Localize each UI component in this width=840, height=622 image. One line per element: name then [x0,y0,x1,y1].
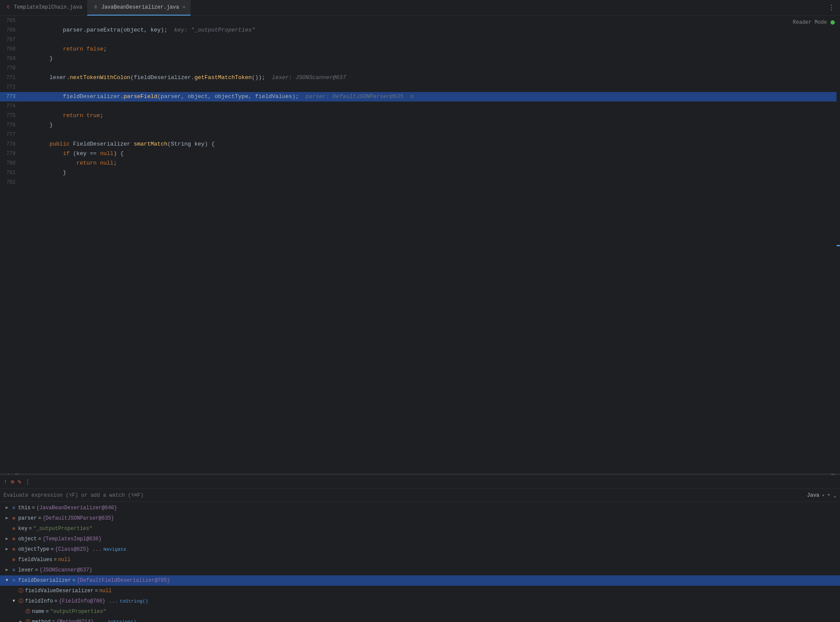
code-line-772: 772 [0,83,840,92]
tab-javabeandeserializer[interactable]: © JavaBeanDeserializer.java × [87,0,191,16]
line-content-780: return null; [21,159,840,168]
var-row-fieldvaluedeserializer[interactable]: ⓘ fieldValueDeserializer = null [0,586,840,596]
var-icon-fieldinfo: ⓘ [17,597,24,606]
var-link-objecttype[interactable]: Navigate [103,545,126,554]
var-icon-fielddeserializer: ≡ [10,576,17,585]
var-link-fieldinfo[interactable]: toString() [120,597,148,606]
var-value-parser: {DefaultJSONParser@635} [42,514,114,523]
tab-icon-1: © [5,4,11,10]
line-number-772: 772 [0,83,21,92]
line-content-779: if (key == null) { [21,149,840,159]
var-expand-fielddeserializer[interactable]: ▼ [3,576,10,585]
var-eq-objecttype: = [51,545,54,554]
line-number-778: 778 [0,140,21,149]
tab-close-button[interactable]: × [182,5,185,10]
debug-eval-language[interactable]: Java [807,492,820,498]
line-content-776: } [21,121,840,130]
var-name-objecttype: objectType [18,545,49,554]
code-line-774: 774 [0,102,840,111]
var-row-fieldvalues[interactable]: ⊙ fieldValues = null [0,555,840,565]
var-name-key: key [18,524,28,533]
var-row-name[interactable]: ⓕ name = "outputProperties" [0,606,840,617]
var-name-fielddeserializer: fieldDeserializer [18,576,71,585]
var-value-method: {Method@714} ... [56,617,106,622]
minimap-highlight [837,245,840,246]
var-row-objecttype[interactable]: ▶ ⊙ objectType = {Class@625} ... Navigat… [0,544,840,555]
code-editor[interactable]: 765 766 parser.parseExtra(object, key); … [0,16,840,473]
var-name-fieldinfo: fieldInfo [25,597,53,606]
tab-label-2: JavaBeanDeserializer.java [101,4,179,10]
var-expand-objecttype[interactable]: ▶ [3,545,10,554]
code-line-765: 765 [0,16,840,25]
line-number-782: 782 [0,178,21,187]
debug-eval-add-button[interactable]: + [827,492,830,498]
var-eq-name: = [46,607,49,616]
code-line-779: 779 if (key == null) { [0,149,840,159]
debug-panel: ↑ ⊗ ✎ ⋮ Java ▾ + ⌄ ▶ ≡ this = {JavaBeanD… [0,475,840,622]
line-number-767: 767 [0,35,21,44]
var-expand-method[interactable]: ▶ [17,617,24,622]
var-expand-fieldinfo[interactable]: ▼ [10,597,17,606]
debug-more-icon[interactable]: ⋮ [25,478,31,486]
var-eq-parser: = [38,514,41,523]
var-row-object[interactable]: ▶ ⊙ object = {TemplatesImpl@636} [0,534,840,544]
tab-bar-menu-icon[interactable]: ⋮ [828,3,840,12]
editor-right-scrollbar[interactable] [837,16,840,473]
code-line-770: 770 [0,63,840,73]
line-number-775: 775 [0,111,21,121]
code-line-769: 769 } [0,54,840,63]
var-expand-this[interactable]: ▶ [3,503,10,513]
debug-stop-icon[interactable]: ⊗ [10,478,14,486]
var-value-objecttype: {Class@625} ... [55,545,102,554]
debug-toolbar: ↑ ⊗ ✎ ⋮ [0,475,840,489]
line-number-766: 766 [0,25,21,35]
var-icon-key: ⊙ [10,524,17,533]
var-icon-fieldvaluedeserializer: ⓘ [17,586,24,596]
editor-top-bar: Reader Mode [788,16,840,29]
var-link-method[interactable]: toString() [108,617,137,622]
var-icon-object: ⊙ [10,534,17,544]
var-row-method[interactable]: ▶ ⓕ method = {Method@714} ... toString() [0,617,840,622]
var-value-fielddeserializer: {DefaultFieldDeserializer@705} [77,576,170,585]
var-eq-this: = [32,503,35,513]
code-line-771: 771 lexer.nextTokenWithColon(fieldDeseri… [0,73,840,83]
var-name-name: name [32,607,45,616]
var-row-key[interactable]: ⊙ key = "_outputProperties" [0,524,840,534]
var-value-this: {JavaBeanDeserializer@640} [36,503,117,513]
debug-up-icon[interactable]: ↑ [3,479,7,486]
var-eq-fielddeserializer: = [72,576,75,585]
debug-eval-input[interactable] [3,492,807,498]
var-icon-method: ⓕ [24,617,31,622]
code-line-768: 768 return false; [0,44,840,54]
var-eq-fieldvaluedeserializer: = [95,586,98,596]
var-eq-lexer: = [35,565,38,575]
var-expand-parser[interactable]: ▶ [3,514,10,523]
var-value-fieldvalues: null [58,555,70,565]
var-row-this[interactable]: ▶ ≡ this = {JavaBeanDeserializer@640} [0,503,840,513]
reader-mode-label[interactable]: Reader Mode [793,19,827,25]
code-line-780: 780 return null; [0,159,840,168]
var-row-fielddeserializer[interactable]: ▼ ≡ fieldDeserializer = {DefaultFieldDes… [0,575,840,586]
debug-eval-expand-button[interactable]: ⌄ [833,492,837,499]
var-eq-method: = [52,617,55,622]
tab-templateimplchain[interactable]: © TemplateImplChain.java [0,0,87,16]
code-line-773: 773 fieldDeserializer.parseField(parser,… [0,92,840,102]
line-number-771: 771 [0,73,21,83]
var-value-object: {TemplatesImpl@636} [42,534,102,544]
debug-edit-icon[interactable]: ✎ [18,478,21,486]
debug-eval-chevron-icon[interactable]: ▾ [822,493,824,498]
var-name-this: this [18,503,31,513]
line-number-777: 777 [0,130,21,140]
var-expand-object[interactable]: ▶ [3,534,10,544]
var-expand-lexer[interactable]: ▶ [3,565,10,575]
var-row-lexer[interactable]: ▶ ≡ lexer = {JSONScanner@637} [0,565,840,575]
line-content-766: parser.parseExtra(object, key); key: "_o… [21,25,840,35]
line-content-781: } [21,168,840,178]
var-row-parser[interactable]: ▶ ⊙ parser = {DefaultJSONParser@635} [0,513,840,524]
var-eq-object: = [38,534,41,544]
line-number-768: 768 [0,44,21,54]
line-number-769: 769 [0,54,21,63]
var-icon-parser: ⊙ [10,514,17,523]
line-content-773: fieldDeserializer.parseField(parser, obj… [21,92,840,102]
var-row-fieldinfo[interactable]: ▼ ⓘ fieldInfo = {FieldInfo@706} ... toSt… [0,596,840,606]
